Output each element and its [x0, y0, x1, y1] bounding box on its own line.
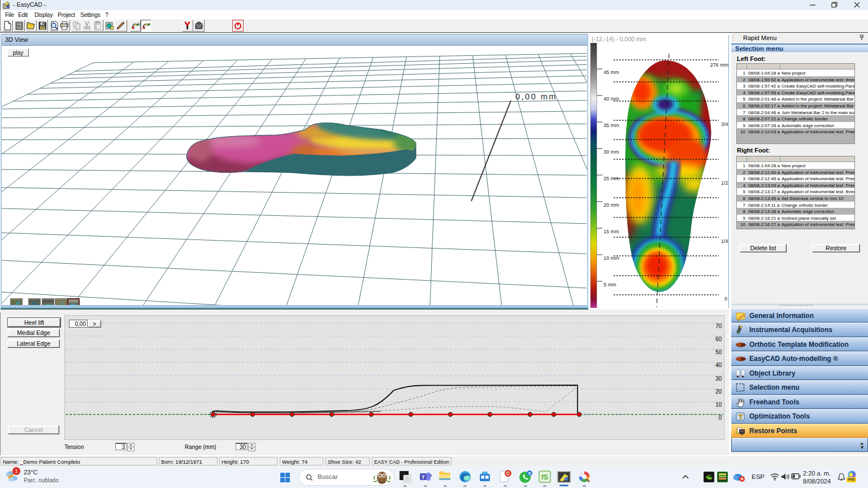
svg-text:0: 0 — [724, 296, 727, 302]
svg-text:276 mm: 276 mm — [710, 62, 728, 68]
svg-text:30 mm: 30 mm — [604, 149, 619, 155]
svg-text:0: 0 — [718, 415, 722, 421]
svg-text:5 mm: 5 mm — [604, 282, 617, 287]
svg-text:15 mm: 15 mm — [604, 229, 619, 234]
svg-text:20 mm: 20 mm — [604, 202, 619, 208]
svg-text:fS: fS — [541, 473, 548, 481]
svg-text:10: 10 — [715, 402, 722, 408]
svg-text:35 mm: 35 mm — [604, 123, 619, 128]
svg-text:T: T — [422, 474, 425, 480]
svg-text:70: 70 — [715, 323, 722, 329]
svg-text:30: 30 — [715, 376, 722, 382]
svg-text:3/4: 3/4 — [721, 121, 728, 127]
svg-text:1/4: 1/4 — [721, 238, 728, 244]
svg-text:5: 5 — [528, 471, 531, 476]
svg-text:60: 60 — [715, 336, 722, 342]
svg-text:50: 50 — [715, 349, 722, 355]
svg-text:45 mm: 45 mm — [604, 69, 619, 75]
svg-text:0,00 mm: 0,00 mm — [515, 92, 557, 101]
svg-text:C: C — [506, 470, 510, 476]
svg-text:40: 40 — [715, 362, 722, 368]
svg-text:1/2: 1/2 — [721, 180, 728, 186]
svg-text:20: 20 — [715, 389, 722, 395]
